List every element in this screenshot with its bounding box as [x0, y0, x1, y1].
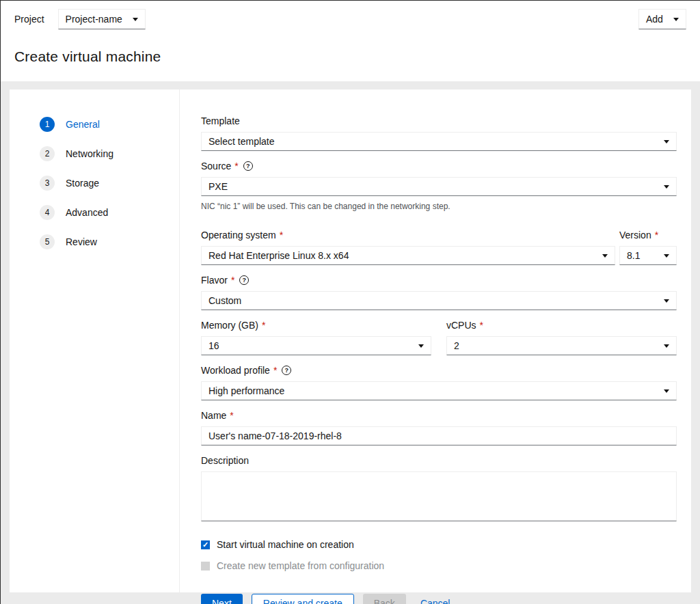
step-label: Review — [66, 236, 97, 247]
required-marker: * — [655, 230, 658, 241]
version-select-value: 8.1 — [627, 250, 640, 261]
wizard-footer: Next Review and create Back Cancel — [201, 594, 677, 604]
source-helper-text: NIC “nic 1” will be used. This can be ch… — [201, 202, 677, 211]
check-icon: ✓ — [202, 541, 208, 549]
caret-down-icon — [664, 185, 669, 189]
caret-down-icon — [133, 18, 138, 21]
description-textarea[interactable] — [201, 471, 677, 521]
help-icon[interactable]: ? — [243, 161, 253, 171]
step-label: Advanced — [66, 207, 108, 218]
vcpus-select[interactable]: 2 — [446, 336, 677, 355]
help-icon[interactable]: ? — [282, 366, 291, 375]
step-number-badge: 3 — [40, 176, 55, 191]
step-number-badge: 5 — [40, 234, 55, 249]
caret-down-icon — [664, 299, 669, 303]
create-template-label: Create new template from configuration — [217, 560, 384, 571]
template-select-value: Select template — [208, 136, 275, 147]
source-select[interactable]: PXE — [201, 177, 677, 196]
workload-profile-select-value: High performance — [208, 385, 284, 396]
project-label: Project — [14, 14, 44, 25]
template-label: Template — [201, 115, 677, 126]
project-dropdown-value: Project-name — [66, 14, 122, 25]
step-label: Storage — [66, 178, 99, 189]
step-networking[interactable]: 2 Networking — [10, 146, 179, 161]
required-marker: * — [480, 320, 483, 331]
source-label: Source * ? — [201, 161, 677, 171]
step-storage[interactable]: 3 Storage — [10, 176, 179, 191]
required-marker: * — [230, 410, 233, 421]
description-label: Description — [201, 455, 677, 466]
flavor-select[interactable]: Custom — [201, 291, 677, 310]
step-label: Networking — [66, 148, 113, 159]
cancel-button[interactable]: Cancel — [415, 594, 456, 604]
operating-system-select[interactable]: Red Hat Enterprise Linux 8.x x64 — [201, 246, 615, 265]
operating-system-label: Operating system * — [201, 230, 615, 241]
version-select[interactable]: 8.1 — [619, 246, 677, 265]
template-select[interactable]: Select template — [201, 132, 677, 151]
wizard-panel: 1 General 2 Networking 3 Storage 4 Advan… — [10, 90, 691, 592]
required-marker: * — [262, 320, 265, 331]
wizard-steps-nav: 1 General 2 Networking 3 Storage 4 Advan… — [10, 90, 180, 592]
step-number-badge: 2 — [40, 146, 55, 161]
workload-profile-label: Workload profile * ? — [201, 365, 677, 376]
back-button[interactable]: Back — [363, 594, 406, 604]
caret-down-icon — [673, 18, 679, 21]
step-number-badge: 4 — [40, 205, 55, 220]
help-icon[interactable]: ? — [239, 275, 249, 285]
page-header: Project Project-name Add Create virtual … — [1, 1, 700, 81]
memory-select-value: 16 — [208, 340, 219, 351]
vcpus-label: vCPUs * — [446, 320, 677, 331]
version-label: Version * — [619, 230, 677, 241]
step-general[interactable]: 1 General — [10, 117, 179, 132]
caret-down-icon — [418, 344, 424, 348]
review-and-create-button[interactable]: Review and create — [252, 594, 354, 604]
start-on-creation-checkbox-row[interactable]: ✓ Start virtual machine on creation — [201, 539, 677, 550]
required-marker: * — [234, 161, 238, 171]
caret-down-icon — [602, 254, 608, 258]
caret-down-icon — [664, 254, 669, 258]
checkbox-disabled-icon — [201, 562, 210, 571]
required-marker: * — [231, 275, 234, 286]
add-dropdown-label: Add — [646, 14, 663, 25]
required-marker: * — [273, 365, 277, 376]
flavor-label: Flavor * ? — [201, 275, 677, 286]
flavor-select-value: Custom — [208, 295, 241, 306]
caret-down-icon — [664, 140, 669, 143]
required-marker: * — [280, 230, 283, 241]
vcpus-select-value: 2 — [454, 340, 459, 351]
step-review[interactable]: 5 Review — [10, 234, 179, 249]
wizard-form: Template Select template Source * ? PXE … — [180, 90, 691, 592]
caret-down-icon — [664, 344, 669, 348]
caret-down-icon — [664, 389, 669, 393]
create-template-checkbox-row: Create new template from configuration — [201, 560, 677, 571]
checkbox-checked-icon[interactable]: ✓ — [201, 540, 210, 549]
add-dropdown[interactable]: Add — [638, 9, 686, 29]
name-input[interactable] — [201, 426, 677, 445]
workload-profile-select[interactable]: High performance — [201, 381, 677, 400]
name-label: Name * — [201, 410, 677, 421]
memory-label: Memory (GB) * — [201, 320, 431, 331]
step-advanced[interactable]: 4 Advanced — [10, 205, 179, 220]
operating-system-select-value: Red Hat Enterprise Linux 8.x x64 — [208, 250, 349, 261]
step-number-badge: 1 — [40, 117, 55, 132]
next-button[interactable]: Next — [201, 594, 243, 604]
page-title: Create virtual machine — [14, 49, 686, 65]
project-dropdown[interactable]: Project-name — [58, 9, 146, 29]
start-on-creation-label: Start virtual machine on creation — [217, 539, 354, 550]
source-select-value: PXE — [208, 181, 228, 192]
step-label: General — [66, 119, 100, 130]
memory-select[interactable]: 16 — [201, 336, 431, 355]
